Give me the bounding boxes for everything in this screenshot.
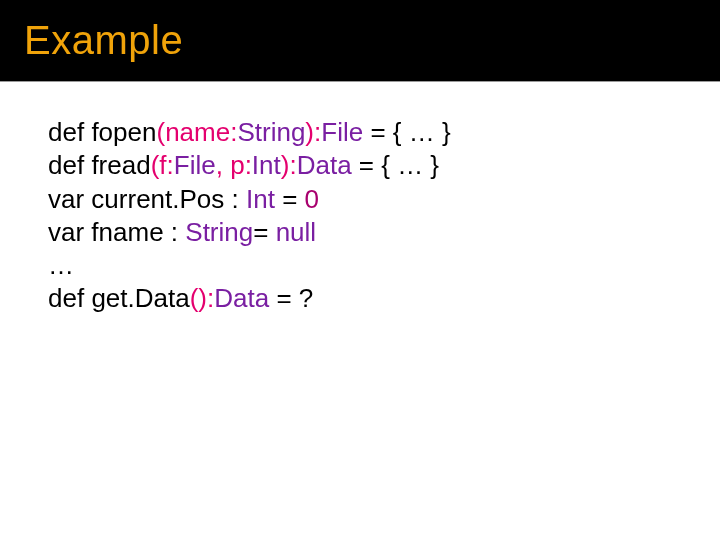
var-name: current.Pos : (91, 184, 246, 214)
ellipsis: … (48, 250, 74, 280)
param-name: p (230, 150, 244, 180)
param-name: f (159, 150, 166, 180)
fn-name: fread (91, 150, 150, 180)
keyword-def: def (48, 283, 84, 313)
param-name: name (165, 117, 230, 147)
code-line-6: def get.Data():Data = ? (48, 282, 720, 315)
slide-title: Example (24, 18, 183, 62)
param-type: String (237, 117, 305, 147)
eq: = (275, 184, 305, 214)
code-line-4: var fname : String= null (48, 216, 720, 249)
title-bar: Example (0, 0, 720, 81)
literal-null: null (276, 217, 316, 247)
eq: = (253, 217, 275, 247)
close-paren: ) (198, 283, 207, 313)
code-line-2: def fread(f:File, p:Int):Data = { … } (48, 149, 720, 182)
return-type: Data (297, 150, 352, 180)
param-type: Int (252, 150, 281, 180)
colon: : (167, 150, 174, 180)
literal-zero: 0 (305, 184, 319, 214)
param-type: File (174, 150, 216, 180)
return-type: Data (214, 283, 269, 313)
code-line-1: def fopen(name:String):File = { … } (48, 116, 720, 149)
keyword-def: def (48, 150, 84, 180)
keyword-var: var (48, 217, 84, 247)
colon: : (289, 150, 296, 180)
var-name: fname : (91, 217, 185, 247)
fn-name: fopen (91, 117, 156, 147)
body: = ? (269, 283, 313, 313)
fn-name: get.Data (91, 283, 189, 313)
open-paren: ( (156, 117, 165, 147)
return-type: File (321, 117, 363, 147)
var-type: Int (246, 184, 275, 214)
var-type: String (185, 217, 253, 247)
comma: , (216, 150, 230, 180)
colon: : (245, 150, 252, 180)
body: = { … } (352, 150, 439, 180)
code-block: def fopen(name:String):File = { … } def … (0, 82, 720, 316)
close-paren: ) (305, 117, 314, 147)
code-line-3: var current.Pos : Int = 0 (48, 183, 720, 216)
slide: Example def fopen(name:String):File = { … (0, 0, 720, 540)
code-line-5: … (48, 249, 720, 282)
body: = { … } (363, 117, 450, 147)
keyword-var: var (48, 184, 84, 214)
keyword-def: def (48, 117, 84, 147)
